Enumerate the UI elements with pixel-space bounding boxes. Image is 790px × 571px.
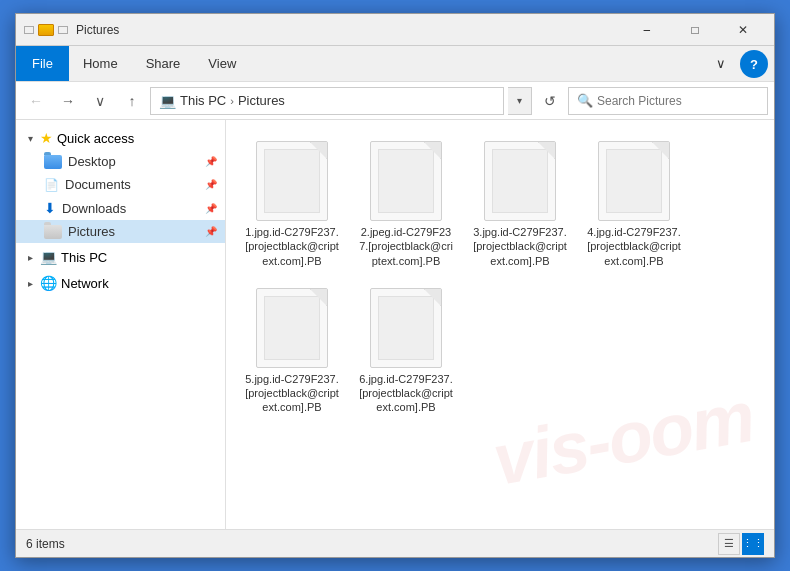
file-thumb-inner — [492, 149, 548, 213]
sidebar-network-label: Network — [61, 276, 109, 291]
this-pc-arrow: ▸ — [24, 252, 36, 263]
back-button[interactable]: ← — [22, 87, 50, 115]
file-name-label: 5.jpg.id-C279F237.[projectblack@criptext… — [243, 372, 341, 415]
view-controls: ☰ ⋮⋮ — [718, 533, 764, 555]
menu-help-button[interactable]: ? — [740, 50, 768, 78]
sidebar-pictures-label: Pictures — [68, 224, 115, 239]
window-title: Pictures — [76, 23, 624, 37]
sidebar: ▾ ★ Quick access Desktop 📌 📄 Documents 📌… — [16, 120, 226, 529]
forward-button[interactable]: → — [54, 87, 82, 115]
file-thumb-inner — [264, 296, 320, 360]
this-pc-label: This PC — [180, 93, 226, 108]
status-items-count: 6 items — [26, 537, 65, 551]
file-thumbnail — [370, 141, 442, 221]
sidebar-section-this-pc: ▸ 💻 This PC — [16, 245, 225, 269]
file-name-label: 1.jpg.id-C279F237.[projectblack@criptext… — [243, 225, 341, 268]
list-item[interactable]: 2.jpeg.id-C279F237.[projectblack@criptex… — [352, 132, 460, 273]
quick-access-star-icon: ★ — [40, 130, 53, 146]
title-bar-icon — [24, 24, 68, 36]
sidebar-item-downloads[interactable]: ⬇ Downloads 📌 — [16, 196, 225, 220]
list-item[interactable]: 5.jpg.id-C279F237.[projectblack@criptext… — [238, 279, 346, 420]
search-icon: 🔍 — [577, 93, 593, 108]
refresh-button[interactable]: ↺ — [536, 87, 564, 115]
sidebar-item-pictures[interactable]: Pictures 📌 — [16, 220, 225, 243]
network-arrow: ▸ — [24, 278, 36, 289]
files-grid: 1.jpg.id-C279F237.[projectblack@criptext… — [234, 128, 766, 424]
up-button[interactable]: ↑ — [118, 87, 146, 115]
file-explorer-window: Pictures ‒ □ ✕ File Home Share View ∨ ? … — [15, 13, 775, 558]
sidebar-item-desktop[interactable]: Desktop 📌 — [16, 150, 225, 173]
file-thumbnail — [370, 288, 442, 368]
this-pc-icon: 💻 — [159, 93, 176, 109]
file-thumbnail — [484, 141, 556, 221]
file-thumb-inner — [378, 149, 434, 213]
search-input[interactable] — [597, 94, 759, 108]
pictures-path-label: Pictures — [238, 93, 285, 108]
pin-icon-pictures: 📌 — [205, 226, 217, 237]
menu-share-button[interactable]: Share — [132, 46, 195, 81]
address-path[interactable]: 💻 This PC › Pictures — [150, 87, 504, 115]
title-bar-controls: ‒ □ ✕ — [624, 16, 766, 44]
pin-icon-desktop: 📌 — [205, 156, 217, 167]
file-name-label: 6.jpg.id-C279F237.[projectblack@criptext… — [357, 372, 455, 415]
details-view-button[interactable]: ☰ — [718, 533, 740, 555]
quick-access-arrow: ▾ — [24, 133, 36, 144]
pin-icon-documents: 📌 — [205, 179, 217, 190]
status-bar: 6 items ☰ ⋮⋮ — [16, 529, 774, 557]
this-pc-sidebar-icon: 💻 — [40, 249, 57, 265]
tb-small-icon2 — [58, 26, 68, 34]
address-dropdown-button[interactable]: ▾ — [508, 87, 532, 115]
file-name-label: 4.jpg.id-C279F237.[projectblack@criptext… — [585, 225, 683, 268]
maximize-button[interactable]: □ — [672, 16, 718, 44]
sidebar-this-pc-label: This PC — [61, 250, 107, 265]
downloads-folder-icon: ⬇ — [44, 200, 56, 216]
sidebar-downloads-label: Downloads — [62, 201, 126, 216]
pictures-folder-icon — [44, 225, 62, 239]
list-item[interactable]: 1.jpg.id-C279F237.[projectblack@criptext… — [238, 132, 346, 273]
file-thumbnail — [256, 141, 328, 221]
file-area: vis-oom 1.jpg.id-C279F237.[projectblack@… — [226, 120, 774, 529]
title-bar: Pictures ‒ □ ✕ — [16, 14, 774, 46]
list-item[interactable]: 4.jpg.id-C279F237.[projectblack@criptext… — [580, 132, 688, 273]
quick-access-label: Quick access — [57, 131, 134, 146]
pin-icon-downloads: 📌 — [205, 203, 217, 214]
file-thumb-inner — [264, 149, 320, 213]
desktop-folder-icon — [44, 155, 62, 169]
sidebar-item-documents[interactable]: 📄 Documents 📌 — [16, 173, 225, 196]
list-item[interactable]: 3.jpg.id-C279F237.[projectblack@criptext… — [466, 132, 574, 273]
sidebar-section-quick-access: ▾ ★ Quick access Desktop 📌 📄 Documents 📌… — [16, 126, 225, 243]
file-thumbnail — [598, 141, 670, 221]
menu-expand-button[interactable]: ∨ — [708, 46, 734, 81]
recent-locations-button[interactable]: ∨ — [86, 87, 114, 115]
menu-view-button[interactable]: View — [194, 46, 250, 81]
sidebar-quick-access-header[interactable]: ▾ ★ Quick access — [16, 126, 225, 150]
file-thumb-inner — [378, 296, 434, 360]
menu-bar: File Home Share View ∨ ? — [16, 46, 774, 82]
sidebar-network-header[interactable]: ▸ 🌐 Network — [16, 271, 225, 295]
sidebar-documents-label: Documents — [65, 177, 131, 192]
path-sep1: › — [230, 95, 234, 107]
list-item[interactable]: 6.jpg.id-C279F237.[projectblack@criptext… — [352, 279, 460, 420]
tb-folder-icon — [38, 24, 54, 36]
sidebar-section-network: ▸ 🌐 Network — [16, 271, 225, 295]
file-name-label: 3.jpg.id-C279F237.[projectblack@criptext… — [471, 225, 569, 268]
close-button[interactable]: ✕ — [720, 16, 766, 44]
menu-file-button[interactable]: File — [16, 46, 69, 81]
minimize-button[interactable]: ‒ — [624, 16, 670, 44]
menu-home-button[interactable]: Home — [69, 46, 132, 81]
address-bar: ← → ∨ ↑ 💻 This PC › Pictures ▾ ↺ 🔍 — [16, 82, 774, 120]
documents-folder-icon: 📄 — [44, 178, 59, 192]
sidebar-desktop-label: Desktop — [68, 154, 116, 169]
search-box[interactable]: 🔍 — [568, 87, 768, 115]
network-sidebar-icon: 🌐 — [40, 275, 57, 291]
file-thumbnail — [256, 288, 328, 368]
file-name-label: 2.jpeg.id-C279F237.[projectblack@criptex… — [357, 225, 455, 268]
tb-small-icon — [24, 26, 34, 34]
file-thumb-inner — [606, 149, 662, 213]
large-icons-view-button[interactable]: ⋮⋮ — [742, 533, 764, 555]
sidebar-this-pc-header[interactable]: ▸ 💻 This PC — [16, 245, 225, 269]
main-content: ▾ ★ Quick access Desktop 📌 📄 Documents 📌… — [16, 120, 774, 529]
